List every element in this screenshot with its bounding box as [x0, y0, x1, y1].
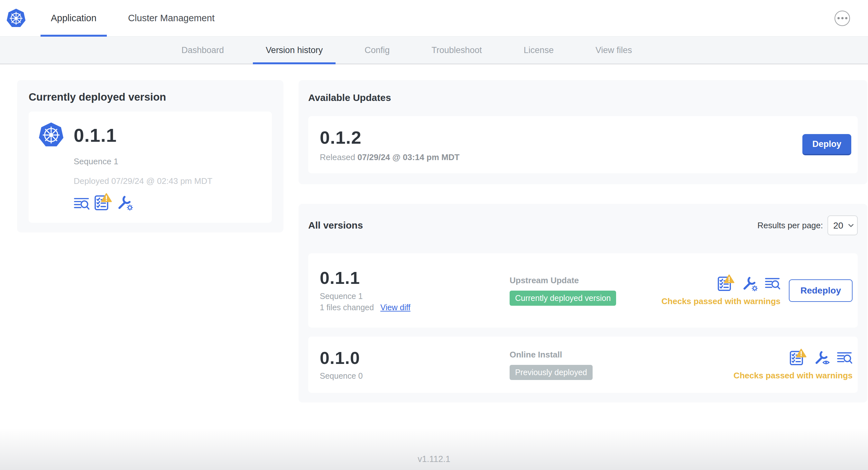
tab-application[interactable]: Application	[40, 0, 107, 36]
preflight-status-text: Checks passed with warnings	[661, 296, 780, 306]
tab-dashboard[interactable]: Dashboard	[168, 37, 237, 64]
available-updates-section: Available Updates 0.1.2 Released 07/29/2…	[299, 80, 867, 184]
view-logs-icon[interactable]	[765, 277, 780, 291]
tab-troubleshoot-label: Troubleshoot	[431, 45, 482, 55]
right-column: Available Updates 0.1.2 Released 07/29/2…	[299, 80, 867, 402]
edit-config-icon[interactable]	[742, 275, 758, 291]
kubernetes-logo-icon	[6, 8, 26, 29]
console-version-label: v1.112.1	[417, 454, 451, 464]
tab-dashboard-label: Dashboard	[181, 45, 224, 55]
deployed-sequence-label: Sequence 1	[74, 157, 262, 167]
released-datetime: 07/29/24 @ 03:14 pm MDT	[358, 153, 459, 162]
currently-deployed-title: Currently deployed version	[29, 91, 272, 103]
tab-view-files[interactable]: View files	[583, 37, 645, 64]
tab-cluster-management[interactable]: Cluster Management	[118, 0, 225, 36]
ellipsis-icon	[837, 17, 847, 19]
available-updates-title: Available Updates	[308, 92, 858, 103]
view-config-icon[interactable]	[814, 350, 830, 366]
top-navbar: Application Cluster Management	[0, 0, 868, 37]
view-diff-link[interactable]: View diff	[380, 303, 410, 312]
tab-config[interactable]: Config	[352, 37, 402, 64]
version-source-label: Online Install	[509, 350, 734, 360]
row-sequence-label: Sequence 1	[320, 292, 509, 301]
preflight-checks-warning-icon[interactable]	[94, 193, 112, 210]
version-source-label: Upstream Update	[509, 275, 661, 286]
top-nav-tabs: Application Cluster Management	[40, 0, 236, 36]
row-version-number: 0.1.1	[320, 269, 509, 287]
tab-version-history[interactable]: Version history	[253, 37, 336, 64]
tab-application-label: Application	[51, 13, 96, 24]
deployed-version-number: 0.1.1	[74, 125, 117, 146]
tab-view-files-label: View files	[595, 45, 632, 55]
redeploy-button[interactable]: Redeploy	[789, 279, 852, 302]
tab-license[interactable]: License	[511, 37, 566, 64]
row-sequence-label: Sequence 0	[320, 371, 509, 381]
all-versions-section: All versions Results per page: 20 0.1.1 …	[299, 204, 867, 402]
tab-config-label: Config	[365, 45, 390, 55]
update-version-number: 0.1.2	[320, 127, 459, 148]
preflight-checks-warning-icon[interactable]	[789, 349, 807, 366]
preflight-status-text: Checks passed with warnings	[734, 371, 852, 381]
deployed-timestamp: Deployed 07/29/24 @ 02:43 pm MDT	[74, 176, 262, 186]
status-badge-currently-deployed: Currently deployed version	[509, 291, 616, 306]
tab-version-history-label: Version history	[266, 45, 323, 55]
overflow-menu-button[interactable]	[835, 11, 850, 26]
update-released-timestamp: Released 07/29/24 @ 03:14 pm MDT	[320, 153, 459, 162]
app-subnav: Dashboard Version history Config Trouble…	[0, 37, 868, 64]
update-card: 0.1.2 Released 07/29/24 @ 03:14 pm MDT D…	[308, 116, 858, 173]
results-per-page-label: Results per page:	[757, 221, 823, 231]
deploy-button[interactable]: Deploy	[802, 134, 851, 155]
page-footer: v1.112.1	[0, 428, 868, 470]
view-logs-icon[interactable]	[837, 351, 852, 366]
preflight-checks-warning-icon[interactable]	[717, 274, 735, 291]
all-versions-title: All versions	[308, 220, 363, 231]
tab-license-label: License	[524, 45, 554, 55]
currently-deployed-card: Currently deployed version 0.1.1 Sequenc…	[17, 80, 283, 232]
app-icon-kubernetes	[38, 121, 65, 149]
version-row-0-1-1: 0.1.1 Sequence 1 1 files changed View di…	[308, 253, 858, 328]
main-content: Currently deployed version 0.1.1 Sequenc…	[0, 64, 868, 428]
tab-cluster-management-label: Cluster Management	[128, 13, 215, 24]
status-badge-previously-deployed: Previously deployed	[509, 365, 593, 380]
deployed-version-card: 0.1.1 Sequence 1 Deployed 07/29/24 @ 02:…	[29, 111, 272, 223]
results-per-page-select[interactable]: 20	[828, 215, 858, 235]
view-logs-icon[interactable]	[74, 197, 90, 210]
row-version-number: 0.1.0	[320, 349, 509, 367]
version-row-0-1-0: 0.1.0 Sequence 0 Online Install Previous…	[308, 337, 858, 393]
edit-config-icon[interactable]	[117, 195, 133, 210]
files-changed-label: 1 files changed	[320, 303, 374, 312]
tab-troubleshoot[interactable]: Troubleshoot	[418, 37, 495, 64]
released-label: Released	[320, 153, 355, 162]
